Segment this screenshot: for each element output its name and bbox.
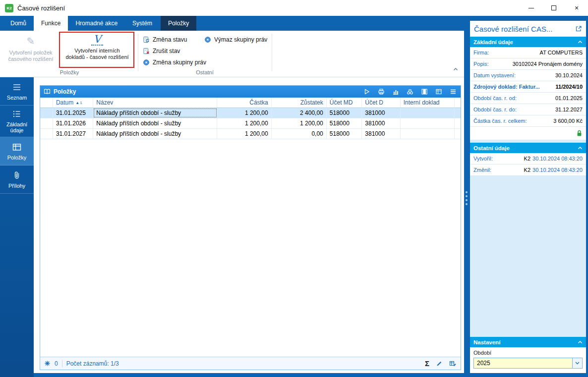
tab-hromadne-akce[interactable]: Hromadné akce bbox=[68, 16, 125, 31]
rights-disc-icon bbox=[143, 59, 150, 66]
list-icon bbox=[12, 109, 22, 119]
col-zustatek[interactable]: Zůstatek bbox=[272, 98, 327, 108]
field-zdrojovy-doklad[interactable]: Zdrojový doklad: Faktur...11/2024/10 bbox=[470, 81, 586, 93]
column-header-row: Datum▲1 Název Částka Zůstatek Účet MD Úč… bbox=[40, 98, 461, 108]
table-row[interactable]: 31.01.2026 Náklady příštích období - slu… bbox=[40, 118, 461, 129]
sidebar-item-prilohy[interactable]: Přílohy bbox=[0, 165, 34, 194]
status-count: 0 bbox=[55, 360, 58, 367]
play-icon[interactable] bbox=[363, 88, 371, 96]
minimize-icon bbox=[529, 8, 534, 8]
window-controls: × bbox=[520, 0, 588, 16]
field-popis: Popis:30102024 Pronájem domény bbox=[470, 58, 586, 70]
chevron-down-icon bbox=[575, 362, 580, 365]
ribbon-collapse-chevron[interactable] bbox=[453, 64, 458, 73]
cell-selector bbox=[40, 129, 53, 139]
change-status-button[interactable]: Změna stavu bbox=[143, 35, 187, 45]
chevron-up-icon bbox=[578, 340, 583, 344]
table-row[interactable]: 31.01.2027 Náklady příštích období - slu… bbox=[40, 129, 461, 139]
maximize-button[interactable] bbox=[542, 0, 565, 16]
chevron-up-icon bbox=[578, 40, 583, 44]
section-basic-header[interactable]: Základní údaje bbox=[470, 37, 586, 47]
cell-castka: 1 200,00 bbox=[217, 108, 271, 118]
doc-cancel-icon bbox=[143, 48, 150, 54]
record-count-label: Počet záznamů: 1/3 bbox=[66, 360, 119, 367]
grid-statusbar: 0 Počet záznamů: 1/3 Σ bbox=[40, 357, 461, 370]
menu-icon[interactable] bbox=[449, 88, 457, 96]
minimize-button[interactable] bbox=[520, 0, 542, 16]
sidebar-item-seznam[interactable]: Seznam bbox=[0, 77, 34, 106]
cell-interni-doklad bbox=[401, 118, 455, 128]
tab-domu[interactable]: Domů bbox=[3, 16, 34, 31]
cell-nazev: Náklady příštích období - služby bbox=[93, 118, 217, 128]
create-items-button: ✎ Vytvoření položek časového rozlišení bbox=[4, 34, 58, 62]
field-vytvoril: Vytvořil: K230.10.2024 08:43:20 bbox=[470, 153, 586, 164]
paperclip-icon bbox=[12, 170, 22, 180]
cell-nazev: Náklady příštích období - služby bbox=[93, 129, 217, 139]
period-input[interactable] bbox=[474, 358, 572, 368]
col-ucet-d[interactable]: Účet D bbox=[362, 98, 400, 108]
section-other-header[interactable]: Ostatní údaje bbox=[470, 143, 586, 153]
splitter-grip[interactable] bbox=[466, 191, 468, 205]
ribbon-separator bbox=[138, 34, 138, 71]
field-obdobi-od: Období čas. r. od:01.01.2025 bbox=[470, 93, 586, 104]
print-icon[interactable] bbox=[377, 88, 385, 96]
cell-zustatek: 0,00 bbox=[272, 129, 327, 139]
ribbon-group-label-ostatni: Ostatní bbox=[140, 69, 270, 75]
sidebar-item-zakladni-udaje[interactable]: Základní údaje bbox=[0, 106, 34, 137]
cell-castka: 1 200,00 bbox=[217, 118, 271, 128]
col-ucet-md[interactable]: Účet MD bbox=[327, 98, 362, 108]
sidebar-item-polozky[interactable]: Položky bbox=[0, 137, 34, 165]
bulk-edit-icon[interactable] bbox=[449, 360, 457, 367]
col-selector bbox=[40, 98, 53, 108]
cell-datum: 31.01.2027 bbox=[53, 129, 93, 139]
field-zmenil: Změnil: K230.10.2024 08:43:20 bbox=[470, 164, 586, 176]
detail-title-bar: Časové rozlišení CAS... bbox=[470, 21, 586, 37]
period-combobox bbox=[473, 358, 583, 369]
change-rights-group-button[interactable]: Změna skupiny práv bbox=[143, 57, 206, 67]
grid-panel-header: Položky bbox=[40, 86, 461, 98]
lock-icon bbox=[576, 130, 583, 137]
tab-funkce[interactable]: Funkce bbox=[34, 16, 68, 31]
sum-icon[interactable]: Σ bbox=[425, 360, 429, 367]
create-internal-docs-button[interactable]: V Vytvoření interních dokladů - časové r… bbox=[61, 34, 133, 60]
chevron-up-icon bbox=[578, 146, 583, 150]
table-icon[interactable] bbox=[435, 88, 443, 96]
cell-selector bbox=[40, 108, 53, 118]
app-window: K2 Časové rozlišení × Domů Funkce Hromad… bbox=[0, 0, 588, 377]
cell-zustatek: 2 400,00 bbox=[272, 108, 327, 118]
script-v-icon: V bbox=[91, 34, 103, 46]
cell-ucet-md: 518000 bbox=[327, 118, 362, 128]
cell-ucet-md: 518000 bbox=[327, 129, 362, 139]
binoculars-icon[interactable] bbox=[406, 88, 414, 96]
col-filler bbox=[455, 98, 461, 108]
edit-pencil-icon[interactable] bbox=[436, 360, 443, 367]
col-nazev[interactable]: Název bbox=[93, 98, 217, 108]
table-row[interactable]: 31.01.2025 Náklady příštích období - slu… bbox=[40, 108, 461, 118]
tab-polozky-context[interactable]: Položky bbox=[161, 16, 196, 31]
tab-system[interactable]: Systém bbox=[125, 16, 160, 31]
ribbon-separator bbox=[272, 34, 272, 71]
sidebar: Seznam Základní údaje Položky Přílohy bbox=[0, 77, 34, 377]
settings-body: Období bbox=[470, 347, 586, 373]
combo-dropdown-button[interactable] bbox=[572, 358, 582, 368]
columns-icon[interactable] bbox=[420, 88, 428, 96]
main-content: Položky Datum▲1 Název Částka Zůstatek Úč… bbox=[34, 77, 464, 373]
cell-datum: 31.01.2025 bbox=[53, 108, 93, 118]
col-castka[interactable]: Částka bbox=[217, 98, 271, 108]
app-icon: K2 bbox=[5, 4, 13, 12]
cell-nazev: Náklady příštích období - služby bbox=[93, 108, 217, 118]
cell-castka: 1 200,00 bbox=[217, 129, 271, 139]
col-datum[interactable]: Datum▲1 bbox=[53, 98, 93, 108]
col-interni-doklad[interactable]: Interní doklad bbox=[401, 98, 455, 108]
chart-icon[interactable] bbox=[392, 88, 400, 96]
grid-toolbar bbox=[363, 88, 457, 96]
delete-rights-group-button[interactable]: Výmaz skupiny práv bbox=[204, 35, 267, 45]
field-firma: Firma:AT COMPUTERS bbox=[470, 47, 586, 58]
cancel-status-button[interactable]: Zrušit stav bbox=[143, 46, 180, 56]
asterisk-icon[interactable] bbox=[44, 360, 51, 367]
cell-selector bbox=[40, 118, 53, 128]
close-button[interactable]: × bbox=[565, 0, 588, 16]
window-title: Časové rozlišení bbox=[17, 4, 65, 12]
section-settings-header[interactable]: Nastavení bbox=[470, 337, 586, 347]
open-external-icon[interactable] bbox=[575, 25, 582, 32]
